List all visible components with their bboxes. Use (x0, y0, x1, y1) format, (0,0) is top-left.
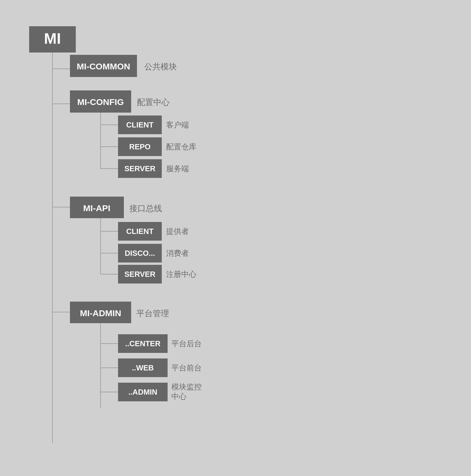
svg-text:SERVER: SERVER (124, 270, 156, 279)
svg-text:提供者: 提供者 (166, 227, 189, 236)
svg-text:消费者: 消费者 (166, 249, 189, 258)
svg-text:..WEB: ..WEB (132, 363, 154, 372)
svg-text:CLIENT: CLIENT (126, 227, 154, 236)
svg-text:..CENTER: ..CENTER (125, 339, 161, 348)
svg-text:MI-ADMIN: MI-ADMIN (80, 308, 121, 318)
svg-text:MI-COMMON: MI-COMMON (77, 62, 130, 71)
svg-text:MI: MI (44, 30, 61, 47)
svg-text:配置中心: 配置中心 (137, 98, 170, 107)
svg-text:接口总线: 接口总线 (129, 204, 162, 213)
svg-text:注册中心: 注册中心 (166, 270, 196, 279)
svg-rect-0 (12, 12, 471, 476)
svg-text:服务端: 服务端 (166, 164, 189, 173)
svg-text:模块监控: 模块监控 (171, 382, 202, 391)
svg-text:CLIENT: CLIENT (126, 120, 154, 129)
svg-text:客户端: 客户端 (166, 120, 189, 129)
svg-text:配置仓库: 配置仓库 (166, 142, 196, 151)
svg-text:..ADMIN: ..ADMIN (128, 388, 157, 396)
svg-text:REPO: REPO (129, 142, 151, 151)
svg-text:SERVER: SERVER (124, 164, 156, 173)
svg-text:平台管理: 平台管理 (136, 309, 169, 318)
diagram-area: MI MI-COMMON 公共模块 MI-CONFIG 配置中心 CLIENT … (12, 12, 471, 476)
svg-text:中心: 中心 (171, 392, 187, 401)
svg-text:平台后台: 平台后台 (171, 339, 202, 348)
svg-text:公共模块: 公共模块 (144, 62, 177, 71)
svg-text:DISCO...: DISCO... (125, 249, 155, 258)
svg-text:平台前台: 平台前台 (171, 363, 202, 372)
svg-text:MI-CONFIG: MI-CONFIG (77, 97, 124, 107)
page-background: MI MI-COMMON 公共模块 MI-CONFIG 配置中心 CLIENT … (12, 12, 471, 476)
svg-text:MI-API: MI-API (83, 203, 110, 213)
